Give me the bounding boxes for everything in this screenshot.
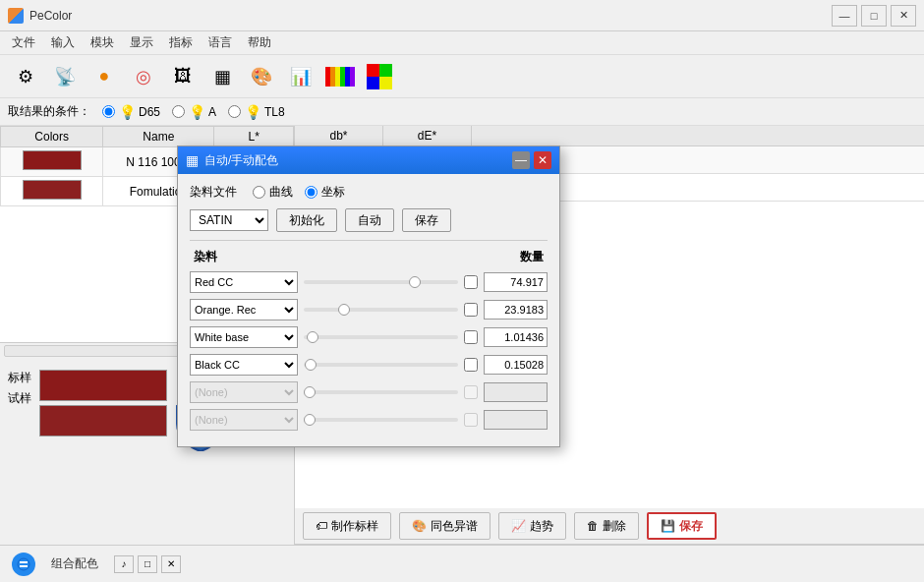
auto-btn[interactable]: 自动 bbox=[345, 208, 394, 232]
modal-body: 染料文件 曲线 坐标 SATIN bbox=[178, 174, 559, 446]
condition-a[interactable]: 💡 A bbox=[172, 104, 216, 120]
dye-select-5[interactable]: (None) bbox=[190, 381, 298, 403]
dye-checkbox-3[interactable] bbox=[464, 330, 478, 344]
swatch-cell-2 bbox=[1, 177, 103, 206]
maximize-button[interactable]: □ bbox=[861, 5, 887, 27]
metamerism-btn[interactable]: 🎨 同色异谱 bbox=[399, 512, 491, 540]
dye-select-1[interactable]: Red CC bbox=[190, 271, 298, 293]
modal-minimize-btn[interactable]: — bbox=[512, 151, 530, 169]
modal-close-btn[interactable]: ✕ bbox=[534, 151, 551, 169]
modal-save-btn[interactable]: 保存 bbox=[402, 208, 451, 232]
menu-language[interactable]: 语言 bbox=[201, 32, 240, 53]
app-icon bbox=[8, 8, 24, 24]
toolbar-grid-btn[interactable]: ▦ bbox=[204, 59, 240, 94]
dye-slider-container-6 bbox=[304, 409, 458, 431]
toolbar-remote-btn[interactable]: 📡 bbox=[47, 59, 83, 94]
save-btn[interactable]: 💾 保存 bbox=[647, 512, 717, 540]
trend-btn[interactable]: 📈 趋势 bbox=[498, 512, 566, 540]
toolbar-colorblock-btn[interactable] bbox=[362, 59, 397, 94]
menu-display[interactable]: 显示 bbox=[122, 32, 161, 53]
dye-value-4[interactable] bbox=[484, 355, 548, 375]
dye-slider-container-3 bbox=[304, 326, 458, 348]
col-header-l: L* bbox=[214, 127, 294, 147]
dye-slider-2[interactable] bbox=[304, 308, 458, 312]
dye-checkbox-1[interactable] bbox=[464, 275, 478, 289]
bottom-icon bbox=[12, 553, 35, 576]
toolbar-image-btn[interactable]: 🖼 bbox=[165, 59, 201, 94]
coordinate-radio[interactable]: 坐标 bbox=[305, 184, 345, 201]
bulb-d65-icon: 💡 bbox=[119, 104, 135, 120]
toolbar-settings-btn[interactable]: ⚙ bbox=[8, 59, 43, 94]
menu-help[interactable]: 帮助 bbox=[240, 32, 279, 53]
svg-rect-7 bbox=[379, 64, 392, 77]
dye-header: 染料 数量 bbox=[190, 249, 548, 265]
dye-checkbox-5[interactable] bbox=[464, 385, 478, 399]
dye-value-6[interactable] bbox=[484, 410, 548, 430]
extra-col-empty bbox=[472, 126, 924, 146]
dye-slider-5[interactable] bbox=[304, 390, 458, 394]
window-close-button[interactable]: ✕ bbox=[891, 5, 916, 27]
dye-slider-1[interactable] bbox=[304, 280, 458, 284]
modal-titlebar: ▦ 自动/手动配色 — ✕ bbox=[178, 146, 559, 174]
svg-rect-3 bbox=[340, 67, 345, 87]
delete-btn[interactable]: 🗑 删除 bbox=[574, 512, 639, 540]
dye-value-2[interactable] bbox=[484, 300, 548, 320]
dye-select-2[interactable]: Orange. Rec bbox=[190, 299, 298, 320]
toolbar-chart-btn[interactable]: 📊 bbox=[283, 59, 318, 94]
coordinate-label: 坐标 bbox=[321, 184, 345, 201]
toolbar-palette-btn[interactable]: 🎨 bbox=[244, 59, 279, 94]
bottom-btn-2[interactable]: □ bbox=[138, 555, 157, 573]
init-btn[interactable]: 初始化 bbox=[276, 208, 337, 232]
toolbar: ⚙ 📡 ● ◎ 🖼 ▦ 🎨 📊 bbox=[0, 55, 924, 98]
toolbar-circle-btn[interactable]: ● bbox=[87, 59, 122, 94]
curve-radio[interactable]: 曲线 bbox=[253, 184, 293, 201]
dye-slider-container-2 bbox=[304, 299, 458, 320]
menu-bar: 文件 输入 模块 显示 指标 语言 帮助 bbox=[0, 31, 924, 55]
dye-checkbox-6[interactable] bbox=[464, 413, 478, 427]
col-header-name: Name bbox=[103, 127, 214, 147]
dye-value-5[interactable] bbox=[484, 382, 548, 402]
make-standard-btn[interactable]: 🏷 制作标样 bbox=[303, 512, 391, 540]
svg-rect-12 bbox=[20, 565, 28, 567]
dye-checkbox-2[interactable] bbox=[464, 303, 478, 317]
dye-section: 染料 数量 Red CC bbox=[190, 240, 548, 431]
menu-file[interactable]: 文件 bbox=[4, 32, 43, 53]
svg-point-10 bbox=[18, 558, 29, 570]
color-swatch-2 bbox=[23, 180, 82, 200]
svg-rect-2 bbox=[335, 67, 340, 87]
bottom-buttons: ♪ □ ✕ bbox=[114, 555, 181, 573]
menu-indicator[interactable]: 指标 bbox=[161, 32, 201, 53]
viz-standard-label: 标样 bbox=[8, 370, 31, 386]
dye-row-3: White base bbox=[190, 326, 548, 348]
dye-value-1[interactable] bbox=[484, 272, 548, 292]
title-bar-text: PeColor bbox=[29, 9, 832, 23]
svg-rect-1 bbox=[330, 67, 335, 87]
condition-d65[interactable]: 💡 D65 bbox=[102, 104, 160, 120]
file-select[interactable]: SATIN bbox=[190, 209, 268, 231]
dye-slider-6[interactable] bbox=[304, 418, 458, 422]
curve-label: 曲线 bbox=[269, 184, 293, 201]
trial-swatch bbox=[39, 405, 167, 436]
make-standard-icon: 🏷 bbox=[316, 519, 327, 533]
svg-rect-11 bbox=[20, 561, 28, 563]
svg-rect-0 bbox=[325, 67, 330, 87]
dye-checkbox-4[interactable] bbox=[464, 358, 478, 372]
bottom-btn-1[interactable]: ♪ bbox=[114, 555, 134, 573]
dye-slider-4[interactable] bbox=[304, 363, 458, 367]
dye-slider-3[interactable] bbox=[304, 335, 458, 339]
toolbar-target-btn[interactable]: ◎ bbox=[126, 59, 161, 94]
toolbar-rainbow-btn[interactable] bbox=[322, 59, 358, 94]
dye-row-2: Orange. Rec bbox=[190, 299, 548, 320]
dye-select-6[interactable]: (None) bbox=[190, 409, 298, 431]
menu-input[interactable]: 输入 bbox=[43, 32, 83, 53]
dye-select-4[interactable]: Black CC bbox=[190, 354, 298, 376]
qty-column-label: 数量 bbox=[520, 249, 544, 265]
bottom-btn-3[interactable]: ✕ bbox=[161, 555, 181, 573]
dye-value-3[interactable] bbox=[484, 327, 548, 347]
bottom-bar: 组合配色 ♪ □ ✕ bbox=[0, 545, 924, 582]
svg-rect-6 bbox=[367, 64, 379, 77]
condition-tl8[interactable]: 💡 TL8 bbox=[228, 104, 285, 120]
menu-module[interactable]: 模块 bbox=[83, 32, 122, 53]
minimize-button[interactable]: — bbox=[832, 5, 857, 27]
dye-select-3[interactable]: White base bbox=[190, 326, 298, 348]
